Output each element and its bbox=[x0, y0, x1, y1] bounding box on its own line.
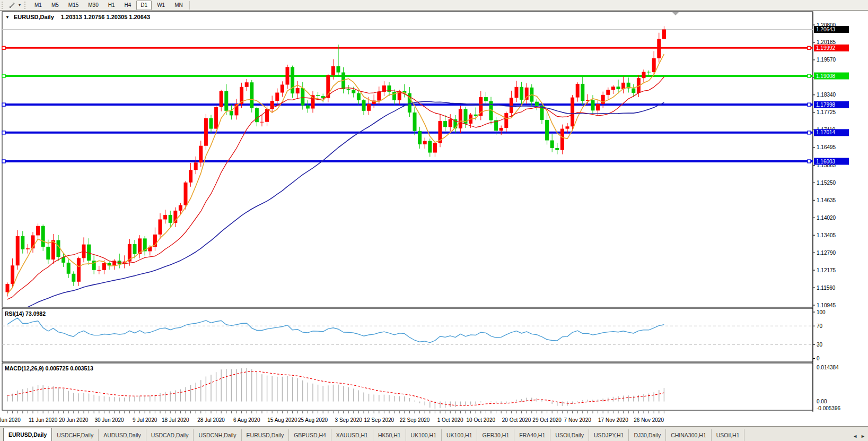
date-axis-label: 15 Aug 2020 bbox=[267, 417, 297, 423]
level-drag-handle-4-1[interactable] bbox=[808, 160, 811, 163]
level-drag-handle-2-1[interactable] bbox=[808, 103, 811, 106]
date-axis-label: 20 Oct 2020 bbox=[502, 417, 531, 423]
chart-tab-15-dj30daily[interactable]: DJ30,Daily bbox=[629, 429, 666, 441]
chart-shift-marker-icon[interactable] bbox=[672, 12, 679, 15]
rsi-axis-label: 70 bbox=[817, 323, 823, 329]
candle-body bbox=[224, 91, 228, 111]
candle-body bbox=[418, 131, 422, 144]
date-axis-label: 11 Jun 2020 bbox=[29, 417, 58, 423]
tab-scroll-right-icon[interactable]: ► bbox=[859, 434, 867, 439]
macd-pane-label: MACD(12,26,9) 0.005725 0.003513 bbox=[5, 365, 93, 371]
candle-body bbox=[535, 102, 539, 106]
toolbar-grip2[interactable] bbox=[24, 2, 28, 9]
price-axis-label: 1.12790 bbox=[817, 250, 836, 256]
chart-tab-11-ger30h1[interactable]: GER30,H1 bbox=[477, 429, 514, 441]
level-drag-handle-1-1[interactable] bbox=[808, 74, 811, 77]
chart-tab-8-hk50h1[interactable]: HK50,H1 bbox=[373, 429, 406, 441]
candle-body bbox=[26, 248, 30, 249]
candle-body bbox=[657, 39, 661, 58]
candle-body bbox=[423, 141, 427, 144]
candle-body bbox=[169, 215, 172, 223]
timeframe-button-m1[interactable]: M1 bbox=[30, 1, 46, 10]
candle-body bbox=[194, 162, 198, 170]
candle-body bbox=[377, 92, 381, 101]
trading-terminal: 1.208001.201851.195701.189551.183401.177… bbox=[0, 0, 868, 441]
level-drag-handle-3-1[interactable] bbox=[808, 131, 811, 134]
chart-tab-3-usdcaddaily[interactable]: USDCAD,Daily bbox=[146, 429, 194, 441]
candle-body bbox=[662, 29, 666, 39]
timeframe-button-m30[interactable]: M30 bbox=[84, 1, 102, 10]
macd-signal-line bbox=[7, 371, 664, 405]
candle-body bbox=[362, 100, 366, 111]
price-axis-label: 1.16495 bbox=[817, 144, 836, 150]
timeframe-button-m15[interactable]: M15 bbox=[64, 1, 83, 10]
level-drag-handle-1-0[interactable] bbox=[2, 74, 5, 77]
timeframe-button-d1[interactable]: D1 bbox=[136, 1, 152, 10]
macd-axis-label: 0.00 bbox=[817, 399, 827, 404]
chart-tab-12-fra40h1[interactable]: FRA40,H1 bbox=[514, 429, 550, 441]
date-axis-label: 22 Sep 2020 bbox=[400, 417, 430, 423]
chart-title: ▼ EURUSD,Daily 1.20313 1.20756 1.20305 1… bbox=[5, 14, 150, 20]
date-axis-label: 25 Aug 2020 bbox=[298, 417, 328, 423]
chart-tab-0-eurusddaily[interactable]: EURUSD,Daily bbox=[3, 428, 52, 441]
level-drag-handle-4-0[interactable] bbox=[2, 160, 5, 163]
timeframe-buttons: M1M5M15M30H1H4D1W1MN bbox=[30, 1, 188, 10]
chart-tab-6-gbpusdh4[interactable]: GBPUSD,H4 bbox=[289, 429, 331, 441]
chart-tab-4-usdcnhdaily[interactable]: USDCNH,Daily bbox=[194, 429, 241, 441]
dropdown-caret-icon[interactable]: ▾ bbox=[17, 3, 23, 7]
timeframe-button-w1[interactable]: W1 bbox=[153, 1, 169, 10]
candle-body bbox=[591, 100, 595, 110]
chart-tab-13-usoildaily[interactable]: USOil,Daily bbox=[550, 429, 589, 441]
level-drag-handle-0-0[interactable] bbox=[2, 46, 5, 49]
candle-body bbox=[433, 143, 437, 152]
candle-body bbox=[291, 67, 294, 93]
trendline-cursor-icon[interactable] bbox=[7, 2, 17, 8]
timeframe-button-mn[interactable]: MN bbox=[170, 1, 187, 10]
collapse-arrow-icon[interactable]: ▼ bbox=[5, 15, 10, 20]
candle-body bbox=[504, 113, 508, 128]
candle-body bbox=[230, 111, 233, 116]
candle-body bbox=[250, 82, 253, 108]
candle-body bbox=[510, 98, 513, 113]
timeframe-button-h1[interactable]: H1 bbox=[104, 1, 119, 10]
candle-body bbox=[566, 126, 569, 128]
candle-body bbox=[46, 247, 50, 260]
toolbar-grip[interactable] bbox=[2, 2, 5, 9]
level-drag-handle-3-0[interactable] bbox=[2, 131, 5, 134]
chart-tab-14-usdjpyh1[interactable]: USDJPY,H1 bbox=[589, 429, 629, 441]
chart-tab-5-eurusddaily[interactable]: EURUSD,Daily bbox=[242, 429, 290, 441]
timeframe-button-h4[interactable]: H4 bbox=[120, 1, 136, 10]
candle-body bbox=[576, 84, 580, 98]
level-drag-handle-0-1[interactable] bbox=[808, 46, 811, 49]
date-axis-label: 3 Sep 2020 bbox=[335, 417, 363, 423]
current-price-box-label: 1.20643 bbox=[816, 27, 836, 32]
candle-body bbox=[617, 87, 620, 89]
chart-tab-7-xauusdh1[interactable]: XAUUSD,H1 bbox=[331, 429, 373, 441]
candle-body bbox=[337, 66, 340, 73]
candle-body bbox=[449, 119, 452, 127]
chart-tab-17-usoilh1[interactable]: USOil,H1 bbox=[712, 429, 745, 441]
chart-tab-bar: EURUSD,DailyUSDCHF,DailyAUDUSD,DailyUSDC… bbox=[0, 426, 868, 441]
candle-body bbox=[642, 72, 646, 78]
chart-tab-16-china300h1[interactable]: CHINA300,H1 bbox=[666, 429, 712, 441]
date-axis-label: 9 Jul 2020 bbox=[133, 417, 157, 423]
candle-body bbox=[77, 258, 81, 281]
level-drag-handle-2-0[interactable] bbox=[2, 103, 5, 106]
timeframe-button-m5[interactable]: M5 bbox=[47, 1, 63, 10]
candle-body bbox=[652, 58, 656, 72]
date-axis-label: 12 Sep 2020 bbox=[364, 417, 394, 423]
chart-symbol-period: EURUSD,Daily bbox=[14, 14, 54, 20]
candle-body bbox=[255, 108, 259, 122]
rsi-pane-border bbox=[2, 308, 813, 362]
candle-body bbox=[260, 122, 264, 123]
chart-tab-9-uk100h1[interactable]: UK100,H1 bbox=[406, 429, 442, 441]
chart-tab-1-usdchfdaily[interactable]: USDCHF,Daily bbox=[52, 429, 99, 441]
candle-body bbox=[179, 205, 182, 211]
tab-scroll-left-icon[interactable]: ◄ bbox=[851, 434, 859, 439]
date-axis-label: 30 Jun 2020 bbox=[94, 417, 124, 423]
chart-tab-2-audusddaily[interactable]: AUDUSD,Daily bbox=[99, 429, 146, 441]
candle-body bbox=[606, 90, 610, 95]
candle-body bbox=[204, 118, 208, 146]
price-axis-label: 1.14635 bbox=[817, 197, 836, 203]
chart-tab-10-uk100h1[interactable]: UK100,H1 bbox=[442, 429, 477, 441]
